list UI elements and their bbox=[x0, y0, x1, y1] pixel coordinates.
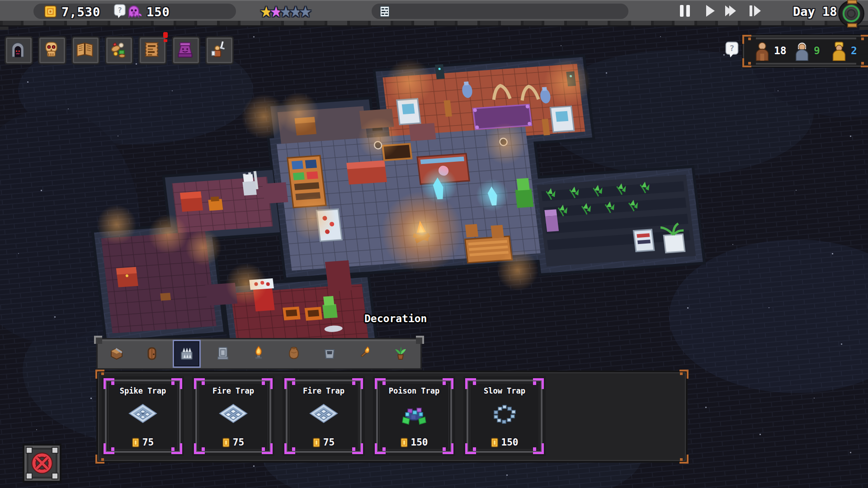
monsters-button[interactable] bbox=[38, 36, 66, 65]
slow-trap-icon bbox=[488, 400, 521, 429]
notification-exclamation-icon bbox=[162, 32, 169, 42]
cost-value: 75 bbox=[142, 437, 154, 448]
panel-rail bbox=[756, 63, 856, 65]
help-bubble-icon[interactable]: ? bbox=[114, 4, 126, 19]
help-bubble-icon[interactable]: ? bbox=[725, 42, 739, 58]
gold-coin-icon bbox=[491, 438, 498, 447]
tab-sack[interactable] bbox=[283, 342, 305, 364]
card-slow-trap[interactable]: Slow Trap 150 bbox=[463, 376, 546, 456]
corner-bracket bbox=[284, 378, 295, 389]
svg-text:?: ? bbox=[118, 6, 122, 14]
fast-forward-button[interactable] bbox=[725, 5, 736, 18]
close-build-menu-button[interactable] bbox=[23, 444, 61, 483]
tab-storage[interactable] bbox=[105, 342, 128, 364]
gold-coin-icon bbox=[401, 438, 408, 447]
dungeon-gate-button[interactable] bbox=[5, 36, 33, 65]
play-button[interactable] bbox=[706, 5, 715, 19]
tab-pressure-plate[interactable] bbox=[212, 342, 234, 364]
population-panel: 18 9 2 bbox=[743, 35, 868, 67]
elder-icon bbox=[793, 40, 811, 61]
contracts-button[interactable] bbox=[138, 36, 167, 65]
corner-bracket bbox=[352, 443, 363, 454]
objectives-bar[interactable] bbox=[372, 4, 628, 19]
storage-crate-icon bbox=[108, 344, 126, 362]
resources-button[interactable] bbox=[105, 36, 133, 65]
card-spike-trap[interactable]: Spike Trap 75 bbox=[102, 376, 184, 456]
card-poison-trap[interactable]: Poison Trap 150 bbox=[373, 376, 455, 456]
corner-bracket bbox=[375, 378, 386, 389]
plant-icon bbox=[392, 344, 410, 362]
worker-icon bbox=[753, 40, 771, 61]
altar-icon bbox=[175, 39, 195, 60]
basin-icon bbox=[321, 344, 339, 362]
cost-value: 75 bbox=[233, 437, 244, 448]
objectives-list-icon bbox=[380, 6, 390, 17]
tab-tooltip: Decoration bbox=[364, 313, 427, 324]
tab-spike-trap[interactable] bbox=[173, 340, 201, 368]
corner-bracket bbox=[465, 378, 476, 389]
brazier-icon bbox=[250, 344, 268, 362]
journal-icon bbox=[75, 39, 95, 60]
gold-amount: 7,530 bbox=[61, 5, 100, 19]
heroes-icon bbox=[208, 39, 229, 60]
panel-rail bbox=[756, 38, 856, 39]
corner-bracket bbox=[262, 443, 273, 454]
corner-bracket bbox=[352, 378, 363, 389]
corner-bracket bbox=[742, 35, 751, 44]
gold-coin-icon bbox=[132, 438, 139, 447]
elder-count-group: 9 bbox=[793, 40, 820, 61]
poison-trap-icon bbox=[398, 400, 430, 429]
skull-icon bbox=[41, 39, 61, 60]
resources-icon bbox=[108, 39, 128, 60]
journal-button[interactable] bbox=[71, 36, 100, 65]
tab-torch[interactable] bbox=[354, 342, 376, 364]
corner-bracket bbox=[443, 378, 453, 389]
corner-bracket bbox=[742, 58, 751, 67]
corner-bracket bbox=[375, 443, 386, 454]
corner-bracket bbox=[95, 370, 104, 379]
corner-bracket bbox=[171, 443, 182, 454]
tab-brazier[interactable] bbox=[247, 342, 270, 364]
corner-bracket bbox=[171, 378, 182, 389]
corner-bracket bbox=[679, 455, 689, 464]
game-screen: 7,530 ? 150 ★★★★★ Day 18 bbox=[0, 0, 868, 488]
tab-basin[interactable] bbox=[318, 342, 341, 364]
orb-core bbox=[847, 9, 856, 18]
gold-coin-icon bbox=[313, 438, 320, 447]
build-card-panel: Spike Trap 75 Fire Trap bbox=[96, 371, 688, 463]
corner-bracket bbox=[861, 35, 868, 44]
dungeon-heart-orb-button[interactable] bbox=[838, 0, 864, 27]
worker-count-group: 18 bbox=[753, 40, 787, 61]
corner-bracket bbox=[194, 443, 205, 454]
tab-plant[interactable] bbox=[389, 342, 412, 364]
soul-amount: 150 bbox=[146, 5, 170, 19]
card-fire-trap[interactable]: Fire Trap 75 bbox=[192, 376, 274, 456]
corner-bracket bbox=[95, 455, 104, 464]
card-fire-trap[interactable]: Fire Trap 75 bbox=[283, 376, 365, 456]
fire-trap-icon bbox=[217, 401, 250, 428]
noble-count-group: 2 bbox=[830, 40, 857, 61]
tab-door[interactable] bbox=[141, 342, 163, 364]
fire-trap-icon bbox=[307, 401, 340, 428]
top-bar-trim bbox=[0, 21, 868, 27]
orb-clasp-top bbox=[847, 0, 857, 4]
heroes-button[interactable] bbox=[205, 36, 234, 65]
door-icon bbox=[143, 344, 161, 362]
orb-clasp-bottom bbox=[847, 23, 857, 28]
skip-day-button[interactable] bbox=[750, 5, 761, 18]
corner-bracket bbox=[679, 370, 689, 379]
corner-bracket bbox=[284, 443, 295, 454]
spike-trap-icon bbox=[178, 345, 196, 363]
soul-ghost-icon bbox=[127, 5, 143, 19]
altar-button[interactable] bbox=[172, 36, 200, 65]
currency-display: 7,530 ? 150 bbox=[33, 4, 236, 19]
build-menu-tabbar bbox=[96, 338, 422, 370]
cost-value: 150 bbox=[411, 437, 428, 448]
star-empty-icon: ★ bbox=[299, 0, 312, 20]
spike-trap-icon bbox=[127, 401, 159, 428]
noble-count: 2 bbox=[851, 45, 857, 56]
pause-button[interactable] bbox=[680, 5, 693, 19]
cost-value: 75 bbox=[323, 437, 335, 448]
corner-bracket bbox=[533, 443, 544, 454]
noble-icon bbox=[830, 40, 848, 61]
